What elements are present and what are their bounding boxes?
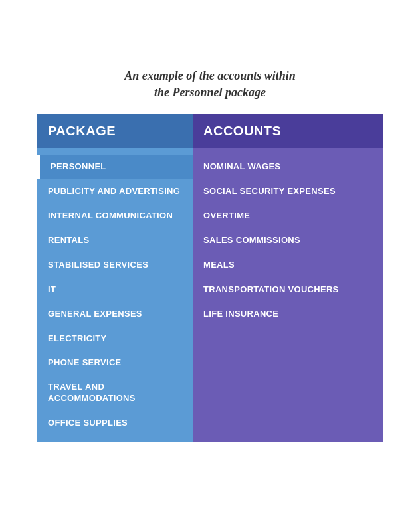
package-list-item: PERSONNEL <box>37 155 193 179</box>
package-list-item: STABILISED SERVICES <box>37 253 193 278</box>
package-list-item: INTERNAL COMMUNICATION <box>37 204 193 228</box>
accounts-column: ACCOUNTS NOMINAL WAGESSOCIAL SECURITY EX… <box>193 114 383 442</box>
package-list-item: ELECTRICITY <box>37 327 193 351</box>
package-list-item: IT <box>37 278 193 302</box>
package-list-item: OFFICE SUPPLIES <box>37 411 193 436</box>
account-list-item: OVERTIME <box>193 204 383 228</box>
account-list-item: MEALS <box>193 253 383 278</box>
package-column: PACKAGE PERSONNELPUBLICITY AND ADVERTISI… <box>37 114 193 442</box>
page-title: An example of the accounts within the Pe… <box>37 68 383 101</box>
package-list-item: PHONE SERVICE <box>37 351 193 375</box>
package-column-header: PACKAGE <box>37 114 193 148</box>
package-list-item: PUBLICITY AND ADVERTISING <box>37 179 193 204</box>
package-list-item: TRAVEL AND ACCOMMODATIONS <box>37 375 193 411</box>
account-list-item: SALES COMMISSIONS <box>193 228 383 253</box>
main-container: An example of the accounts within the Pe… <box>24 54 396 456</box>
account-list-item: SOCIAL SECURITY EXPENSES <box>193 179 383 204</box>
account-list-item: NOMINAL WAGES <box>193 155 383 179</box>
package-list-item: RENTALS <box>37 228 193 253</box>
package-list: PERSONNELPUBLICITY AND ADVERTISINGINTERN… <box>37 148 193 442</box>
accounts-list: NOMINAL WAGESSOCIAL SECURITY EXPENSESOVE… <box>193 148 383 442</box>
package-list-item: GENERAL EXPENSES <box>37 302 193 327</box>
accounts-column-header: ACCOUNTS <box>193 114 383 148</box>
account-list-item: LIFE INSURANCE <box>193 302 383 327</box>
comparison-table: PACKAGE PERSONNELPUBLICITY AND ADVERTISI… <box>37 114 383 442</box>
account-list-item: TRANSPORTATION VOUCHERS <box>193 278 383 302</box>
